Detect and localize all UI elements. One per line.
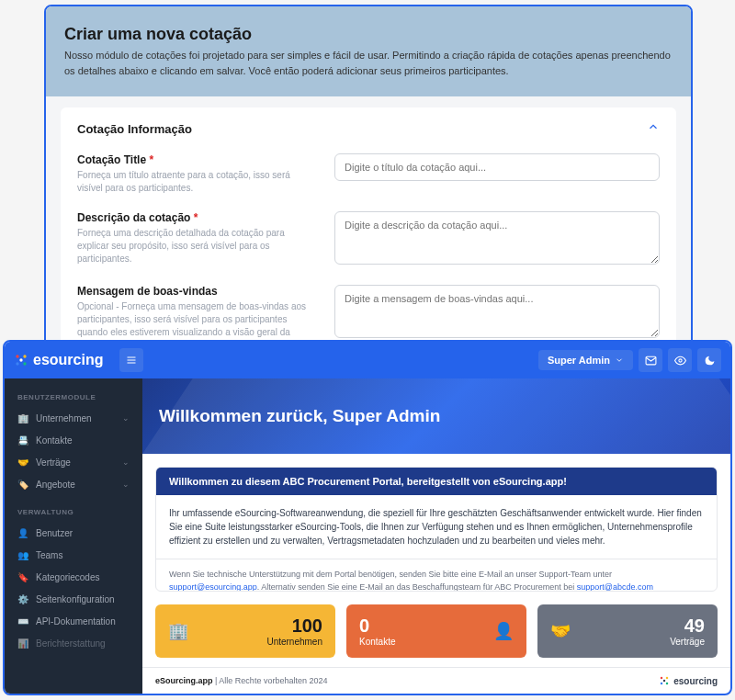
- hero-title: Willkommen zurück, Super Admin: [159, 406, 440, 426]
- eye-icon: [674, 355, 686, 367]
- stat-companies[interactable]: 🏢 100Unternehmen: [155, 604, 335, 658]
- quote-description-input[interactable]: [334, 211, 660, 265]
- panel-body: Cotação Informação Cotação Title * Forne…: [46, 96, 691, 354]
- sidebar-item-users[interactable]: 👤Benutzer: [5, 522, 142, 544]
- svg-point-10: [661, 677, 663, 680]
- sidebar-item-companies[interactable]: 🏢Unternehmen⌄: [5, 407, 142, 429]
- chevron-up-icon: [647, 120, 660, 137]
- panel-title: Criar uma nova cotação: [64, 25, 673, 44]
- svg-point-3: [23, 362, 26, 365]
- welcome-card-header: Willkommen zu diesem ABC Procurement Por…: [156, 468, 717, 495]
- sidebar-item-teams[interactable]: 👥Teams: [5, 544, 142, 566]
- stats-row: 🏢 100Unternehmen 0Kontakte 👤 🤝 49Verträg…: [155, 604, 718, 658]
- svg-point-1: [23, 355, 26, 357]
- hero-banner: Willkommen zurück, Super Admin: [142, 378, 730, 454]
- visibility-button[interactable]: [668, 348, 692, 372]
- field-help: Forneça um título atraente para a cotaçã…: [77, 169, 316, 195]
- chevron-down-icon: ⌄: [122, 457, 130, 467]
- moon-icon: [704, 355, 716, 367]
- user-menu-button[interactable]: Super Admin: [538, 350, 633, 370]
- team-icon: 👥: [17, 549, 28, 560]
- section-toggle[interactable]: Cotação Informação: [77, 120, 660, 137]
- mail-icon: [645, 355, 657, 367]
- user-icon: 👤: [17, 527, 28, 538]
- welcome-card-body: Ihr umfassende eSourcing-Softwareanwendu…: [156, 495, 717, 559]
- welcome-card-footer: Wenn Sie technische Unterstützung mit de…: [156, 559, 717, 592]
- offer-icon: 🏷️: [17, 479, 28, 490]
- field-help: Forneça uma descrição detalhada da cotaç…: [77, 227, 316, 265]
- svg-point-11: [666, 677, 669, 680]
- chevron-down-icon: [615, 356, 624, 365]
- sidebar-heading-admin: VERWALTUNG: [5, 504, 142, 522]
- app-logo[interactable]: esourcing: [14, 352, 103, 368]
- svg-point-4: [19, 358, 22, 361]
- footer-logo[interactable]: esourcing: [659, 675, 718, 686]
- building-icon: 🏢: [17, 412, 28, 423]
- field-row-title: Cotação Title * Forneça um título atraen…: [77, 153, 660, 195]
- menu-toggle-button[interactable]: [119, 348, 143, 372]
- theme-button[interactable]: [697, 348, 721, 372]
- dashboard-panel: esourcing Super Admin BENUTZERMODULE 🏢Un…: [3, 340, 732, 695]
- sidebar-item-offers[interactable]: 🏷️Angebote⌄: [5, 473, 142, 495]
- sidebar-item-contacts[interactable]: 📇Kontakte: [5, 429, 142, 451]
- quote-welcome-input[interactable]: [334, 285, 660, 338]
- gear-icon: ⚙️: [17, 593, 28, 604]
- chevron-down-icon: ⌄: [122, 480, 130, 489]
- code-icon: ⌨️: [17, 615, 28, 627]
- building-icon: 🏢: [168, 621, 188, 641]
- required-icon: *: [194, 211, 198, 224]
- svg-point-12: [661, 683, 663, 685]
- sidebar: BENUTZERMODULE 🏢Unternehmen⌄ 📇Kontakte 🤝…: [5, 378, 142, 694]
- svg-point-14: [663, 680, 666, 683]
- sidebar-item-page-config[interactable]: ⚙️Seitenkonfiguration: [5, 588, 142, 610]
- required-icon: *: [149, 153, 153, 166]
- quote-create-panel: Criar uma nova cotação Nosso módulo de c…: [44, 5, 693, 354]
- svg-point-9: [678, 358, 681, 361]
- sidebar-item-contracts[interactable]: 🤝Verträge⌄: [5, 451, 142, 473]
- tag-icon: 🔖: [17, 571, 28, 582]
- footer: eSourcing.app | Alle Rechte vorbehalten …: [142, 667, 730, 694]
- panel-subtitle: Nosso módulo de cotações foi projetado p…: [64, 48, 673, 78]
- dashboard-content: Willkommen zurück, Super Admin Willkomme…: [142, 378, 730, 694]
- sidebar-item-category-codes[interactable]: 🔖Kategoriecodes: [5, 566, 142, 588]
- stat-contacts[interactable]: 0Kontakte 👤: [346, 604, 526, 658]
- field-row-description: Descrição da cotação * Forneça uma descr…: [77, 211, 660, 268]
- sidebar-item-reporting[interactable]: 📊Berichterstattung: [5, 632, 142, 654]
- field-label: Cotação Title *: [77, 153, 316, 166]
- menu-icon: [126, 355, 137, 366]
- welcome-card: Willkommen zu diesem ABC Procurement Por…: [155, 467, 718, 592]
- logo-icon: [14, 353, 28, 367]
- stat-contracts[interactable]: 🤝 49Verträge: [537, 604, 718, 658]
- logo-icon: [659, 675, 670, 686]
- svg-point-13: [666, 683, 669, 685]
- field-label: Mensagem de boas-vindas: [77, 285, 316, 298]
- person-icon: 👤: [493, 621, 514, 641]
- quote-title-input[interactable]: [334, 153, 660, 181]
- support-link-2[interactable]: support@abcde.com: [577, 582, 653, 592]
- sidebar-heading-usermodules: BENUTZERMODULE: [5, 390, 142, 407]
- panel-header: Criar uma nova cotação Nosso módulo de c…: [46, 6, 691, 96]
- svg-point-2: [16, 362, 18, 365]
- handshake-icon: 🤝: [17, 457, 28, 468]
- handshake-icon: 🤝: [550, 621, 571, 641]
- topbar: esourcing Super Admin: [5, 342, 730, 378]
- field-label: Descrição da cotação *: [77, 211, 316, 224]
- svg-point-0: [16, 355, 18, 357]
- mail-button[interactable]: [639, 348, 662, 372]
- quote-info-section: Cotação Informação Cotação Title * Forne…: [61, 107, 676, 354]
- contacts-icon: 📇: [17, 435, 28, 446]
- chevron-down-icon: ⌄: [122, 413, 130, 423]
- section-title: Cotação Informação: [77, 122, 192, 136]
- support-link-1[interactable]: support@esourcing.app: [169, 582, 257, 592]
- report-icon: 📊: [17, 638, 28, 649]
- sidebar-item-api-docs[interactable]: ⌨️API-Dokumentation: [5, 610, 142, 632]
